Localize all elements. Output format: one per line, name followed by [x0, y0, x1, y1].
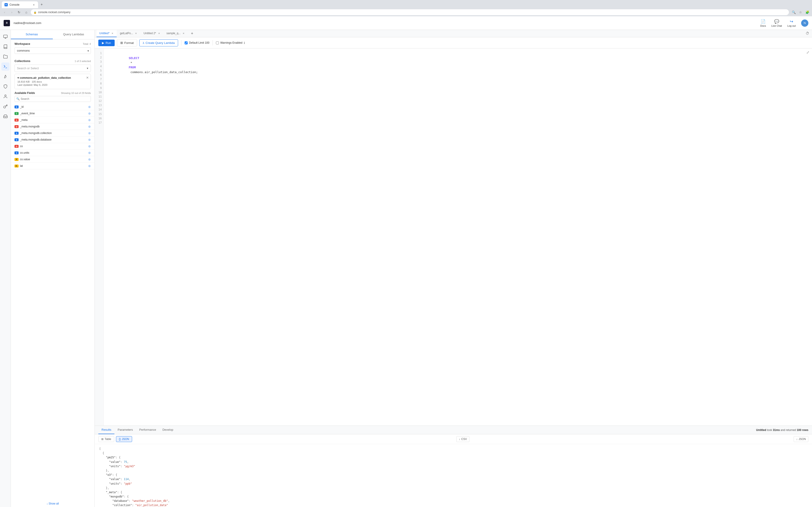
tab-schemas[interactable]: Schemas	[11, 30, 53, 39]
live-chat-action[interactable]: 💬 Live Chat	[771, 19, 782, 27]
warnings-checkbox[interactable]	[216, 42, 219, 44]
code-editor[interactable]: SELECT * FROM commons.air_pollution_data…	[104, 48, 812, 426]
docs-action[interactable]: 📄 Docs	[760, 19, 766, 27]
field-type-badge: o	[14, 125, 18, 128]
sidebar-item-book[interactable]	[1, 43, 9, 51]
collections-title: Collections	[14, 59, 30, 63]
field-item-meta-collection: s _meta.mongodb.collection ⊕	[11, 130, 95, 136]
tab-results[interactable]: Results	[98, 426, 114, 434]
field-add-btn[interactable]: ⊕	[88, 118, 91, 122]
collections-header: Collections 1 of 3 selected	[14, 59, 91, 63]
warnings-info-icon[interactable]: ℹ	[244, 41, 245, 45]
query-name: Untitled	[756, 429, 766, 432]
reload-button[interactable]: ↻	[16, 9, 22, 15]
tab-close-btn[interactable]: ✕	[32, 3, 35, 6]
tab-history-btn[interactable]: ⏱	[805, 31, 810, 37]
create-lambda-button[interactable]: λ Create Query Lambda	[139, 39, 178, 46]
sidebar-item-key[interactable]	[1, 102, 9, 110]
expand-editor-btn[interactable]: ⤢	[806, 50, 809, 55]
warnings-group: Warnings Enabled ℹ	[216, 41, 245, 45]
main-area: Schemas Query Lambdas Workspace Total: 4…	[0, 30, 812, 507]
query-tab-sample[interactable]: sample_q... ✕	[164, 30, 188, 37]
field-add-btn[interactable]: ⊕	[88, 138, 91, 142]
field-item-id: s _id ⊕	[11, 104, 95, 110]
keyword-from: FROM	[129, 66, 136, 69]
sidebar-item-user[interactable]	[1, 92, 9, 101]
workspace-select[interactable]: commons	[14, 47, 91, 54]
results-toolbar: ⊞ Table {} JSON ↓ CSV ↓ JSON	[95, 434, 812, 444]
home-button[interactable]: ⌂	[23, 9, 29, 15]
add-query-tab-btn[interactable]: +	[189, 31, 195, 37]
field-item-co: o co ⊕	[11, 143, 95, 150]
sidebar-item-shield[interactable]	[1, 82, 9, 91]
tab-parameters[interactable]: Parameters	[114, 426, 136, 434]
field-name-text: co.units	[20, 151, 87, 154]
run-button[interactable]: ▶ Run	[98, 40, 115, 46]
field-type-badge: s	[14, 152, 18, 154]
download-csv-btn[interactable]: ↓ CSV	[456, 436, 469, 442]
field-add-btn[interactable]: ⊕	[88, 131, 91, 135]
address-bar[interactable]: 🔒 console.rockset.com/query	[31, 9, 789, 15]
search-select-btn[interactable]: Search or Select ▾	[14, 64, 91, 72]
toolbar-divider	[181, 40, 182, 46]
log-out-action[interactable]: ↪ Log out	[787, 19, 796, 27]
field-type-badge: o	[14, 119, 18, 121]
field-add-btn[interactable]: ⊕	[88, 112, 91, 115]
csv-label: CSV	[461, 438, 467, 441]
field-type-badge: s	[14, 106, 18, 108]
browser-toolbar: ‹ › ↻ ⌂ 🔒 console.rockset.com/query 🔍 ☆ …	[0, 8, 812, 16]
query-tab-untitled[interactable]: Untitled* ✕	[97, 30, 117, 37]
query-tab-close-btn[interactable]: ✕	[182, 32, 185, 35]
field-add-btn[interactable]: ⊕	[88, 164, 91, 168]
collection-close-btn[interactable]: ✕	[86, 76, 89, 79]
sidebar-item-lambda[interactable]	[1, 72, 9, 80]
field-list: s _id ⊕ t _event_time ⊕ o _meta ⊕ o _met…	[11, 104, 95, 500]
bookmark-icon[interactable]: ☆	[798, 9, 803, 15]
back-button[interactable]: ‹	[2, 9, 7, 15]
fields-search-input[interactable]	[14, 96, 91, 102]
line-number-4: 4	[95, 64, 104, 69]
fields-title: Available Fields	[14, 92, 35, 95]
field-add-btn[interactable]: ⊕	[88, 105, 91, 109]
forward-button[interactable]: ›	[9, 9, 14, 15]
code-space: *	[129, 61, 134, 64]
search-icon[interactable]: 🔍	[791, 9, 797, 15]
new-tab-button[interactable]: +	[39, 1, 45, 8]
show-all-btn[interactable]: ↓ Show all	[11, 500, 95, 507]
tab-query-lambdas[interactable]: Query Lambdas	[53, 30, 95, 39]
field-add-btn[interactable]: ⊕	[88, 158, 91, 161]
right-panel: Untitled* ✕ getLatPo... ✕ Untitled 2* ✕ …	[95, 30, 812, 507]
app-container: R nadine@rockset.com 📄 Docs 💬 Live Chat …	[0, 16, 812, 507]
line-number-5: 5	[95, 69, 104, 73]
default-limit-checkbox[interactable]	[185, 42, 188, 44]
browser-tab-console[interactable]: R Console ✕	[2, 1, 38, 8]
query-tab-untitled2[interactable]: Untitled 2* ✕	[141, 30, 163, 37]
sidebar-item-folder[interactable]	[1, 53, 9, 61]
line-number-11: 11	[95, 95, 104, 99]
json-view-btn[interactable]: {} JSON	[116, 436, 132, 442]
query-tab-close-btn[interactable]: ✕	[157, 32, 161, 35]
results-returned-text: and returned	[780, 429, 797, 432]
tab-develop[interactable]: Develop	[159, 426, 176, 434]
line-number-16: 16	[95, 116, 104, 121]
tab-performance[interactable]: Performance	[136, 426, 159, 434]
left-panel: Schemas Query Lambdas Workspace Total: 4…	[11, 30, 95, 507]
field-item-co-value: # co.value ⊕	[11, 156, 95, 163]
sidebar-item-inbox[interactable]	[1, 112, 9, 120]
table-label: Table	[105, 438, 111, 441]
format-button[interactable]: ⊞ Format	[117, 39, 137, 46]
query-toolbar: ▶ Run ⊞ Format λ Create Query Lambda Def…	[95, 37, 812, 48]
line-number-8: 8	[95, 81, 104, 86]
field-add-btn[interactable]: ⊕	[88, 151, 91, 155]
query-tab-getlatpo[interactable]: getLatPo... ✕	[117, 30, 140, 37]
field-add-btn[interactable]: ⊕	[88, 145, 91, 148]
extensions-icon[interactable]: 🧩	[804, 9, 810, 15]
query-tab-close-btn[interactable]: ✕	[111, 32, 114, 35]
query-tab-close-btn[interactable]: ✕	[134, 32, 138, 35]
sidebar-item-monitor[interactable]	[1, 33, 9, 41]
field-add-btn[interactable]: ⊕	[88, 125, 91, 128]
download-json-btn[interactable]: ↓ JSON	[794, 436, 808, 442]
results-meta: Untitled took 31ms and returned 100 rows	[756, 429, 808, 432]
table-view-btn[interactable]: ⊞ Table	[98, 436, 114, 442]
sidebar-item-query[interactable]	[1, 62, 9, 71]
